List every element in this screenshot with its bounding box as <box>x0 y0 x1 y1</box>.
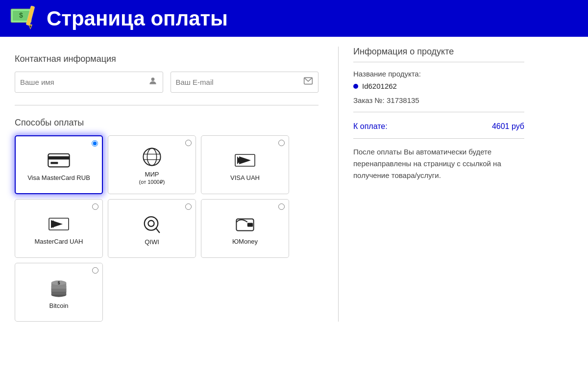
payment-option-mir[interactable]: МИР(от 1000₽) <box>108 135 196 194</box>
payment-option-bitcoin[interactable]: $ Bitcoin <box>15 263 103 322</box>
header-icon: $ <box>10 5 39 32</box>
bitcoin-label: Bitcoin <box>49 302 68 309</box>
svg-point-22 <box>148 221 154 227</box>
qiwi-label: QIWI <box>145 238 159 246</box>
radio-qiwi[interactable] <box>185 203 192 210</box>
payment-option-qiwi[interactable]: QIWI <box>108 199 196 258</box>
contact-section-title: Контактная информация <box>15 54 318 64</box>
main-content: Контактная информация <box>0 37 588 331</box>
visa-uah-icon <box>233 151 257 170</box>
name-input[interactable] <box>20 78 144 86</box>
radio-visa-mc-rub[interactable] <box>92 140 98 147</box>
product-name-label: Название продукта: <box>353 70 524 78</box>
mir-label: МИР(от 1000₽) <box>139 171 165 185</box>
payment-option-yumoney[interactable]: ЮMoney <box>201 199 289 258</box>
svg-line-23 <box>156 229 159 233</box>
total-value: 4601 руб <box>492 122 524 131</box>
yumoney-icon <box>233 214 257 234</box>
radio-mir[interactable] <box>185 140 192 146</box>
payment-section-title: Способы оплаты <box>15 118 318 128</box>
contact-fields <box>15 72 318 105</box>
radio-yumoney[interactable] <box>278 203 285 210</box>
mir-icon <box>140 147 164 167</box>
name-input-wrapper[interactable] <box>15 72 163 93</box>
payment-total: К оплате: 4601 руб <box>353 122 524 139</box>
left-panel: Контактная информация <box>15 47 318 322</box>
payment-option-visa-mc-rub[interactable]: Visa MasterCard RUB <box>15 135 103 194</box>
payment-option-visa-uah[interactable]: VISA UAH <box>201 135 289 194</box>
radio-mastercard-uah[interactable] <box>92 203 98 210</box>
total-label: К оплате: <box>353 122 388 131</box>
order-label: Заказ №: <box>353 96 385 104</box>
visa-mc-rub-icon <box>47 151 71 170</box>
radio-visa-uah[interactable] <box>278 140 285 146</box>
svg-marker-20 <box>53 220 57 228</box>
payment-grid: Visa MasterCard RUB МИР(от 1000₽) <box>15 135 318 322</box>
page-title: Страница оплаты <box>47 7 228 30</box>
email-input-wrapper[interactable] <box>171 72 319 93</box>
redirect-notice: После оплаты Вы автоматически будете пер… <box>353 146 524 181</box>
yumoney-label: ЮMoney <box>232 238 258 245</box>
svg-point-21 <box>145 217 158 230</box>
mastercard-uah-icon <box>47 214 71 234</box>
svg-text:$: $ <box>58 280 60 285</box>
email-icon <box>303 76 313 88</box>
right-panel: Информация о продукте Название продукта:… <box>338 47 524 322</box>
svg-point-11 <box>143 148 160 165</box>
svg-rect-9 <box>48 156 69 160</box>
svg-rect-10 <box>50 162 58 164</box>
svg-text:$: $ <box>19 11 23 19</box>
person-icon <box>148 76 158 88</box>
email-input[interactable] <box>176 78 300 86</box>
product-name-value: Id6201262 <box>353 82 524 90</box>
product-info-title: Информация о продукте <box>353 47 524 62</box>
visa-mc-rub-label: Visa MasterCard RUB <box>27 174 90 181</box>
mastercard-uah-label: MasterCard UAH <box>35 238 83 245</box>
svg-point-6 <box>151 77 154 81</box>
payment-option-mastercard-uah[interactable]: MasterCard UAH <box>15 199 103 258</box>
qiwi-icon <box>140 214 164 234</box>
svg-rect-8 <box>48 154 69 167</box>
order-number: Заказ №: 31738135 <box>353 96 524 112</box>
bitcoin-icon: $ <box>47 278 71 298</box>
visa-uah-label: VISA UAH <box>230 174 260 181</box>
page-header: $ Страница оплаты <box>0 0 588 37</box>
svg-rect-25 <box>247 223 253 227</box>
svg-point-12 <box>147 148 156 165</box>
radio-bitcoin[interactable] <box>92 267 98 274</box>
order-number-value: 31738135 <box>387 96 419 104</box>
